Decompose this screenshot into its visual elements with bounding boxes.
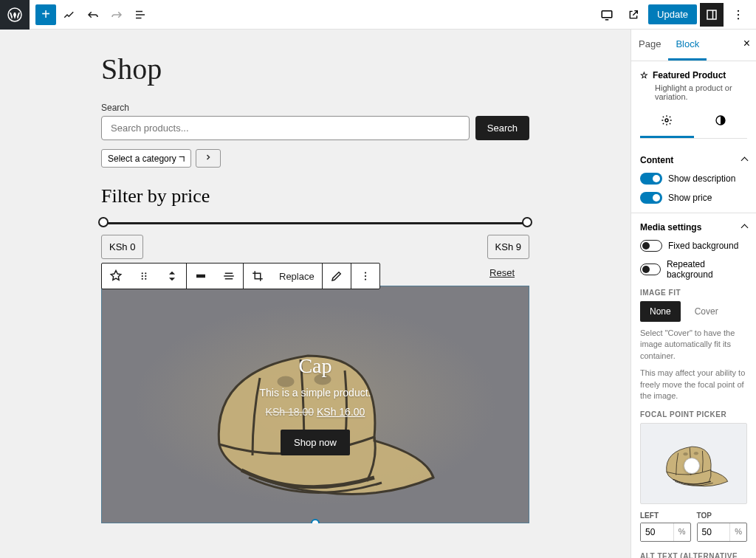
top-coord-label: TOP	[697, 512, 748, 520]
percent-unit: %	[673, 523, 690, 541]
settings-sidebar-icon[interactable]	[700, 3, 724, 27]
slider-handle-max[interactable]	[522, 217, 532, 227]
featured-title: Cap	[260, 354, 371, 378]
focal-point-picker[interactable]	[640, 423, 747, 504]
left-coord-label: LEFT	[640, 512, 691, 520]
left-coord-input[interactable]	[641, 523, 673, 541]
price-min-box: KSh 0	[101, 235, 143, 259]
media-settings-panel-header[interactable]: Media settings	[640, 222, 747, 232]
align-full-icon[interactable]	[187, 264, 215, 289]
price-slider[interactable]	[103, 222, 527, 224]
show-price-label: Show price	[668, 193, 712, 203]
star-icon: ☆	[640, 70, 648, 80]
tab-page[interactable]: Page	[631, 30, 668, 61]
svg-rect-18	[196, 275, 205, 278]
styles-tab-icon[interactable]	[694, 107, 748, 138]
more-options-icon[interactable]	[726, 3, 750, 27]
shop-now-button[interactable]: Shop now	[281, 430, 350, 455]
search-input[interactable]	[101, 116, 470, 140]
edit-product-icon[interactable]	[323, 264, 351, 289]
svg-point-12	[142, 272, 143, 274]
repeated-background-toggle[interactable]	[640, 264, 661, 275]
category-select[interactable]: Select a category	[101, 149, 191, 168]
svg-point-16	[142, 278, 143, 280]
chevron-down-icon	[176, 153, 188, 164]
view-desktop-icon[interactable]	[595, 3, 619, 27]
update-button[interactable]: Update	[648, 4, 697, 24]
svg-rect-20	[224, 275, 234, 277]
alt-text-label: ALT TEXT (ALTERNATIVE TEXT)	[640, 552, 747, 558]
image-fit-label: IMAGE FIT	[640, 289, 747, 297]
image-fit-cover[interactable]: Cover	[685, 301, 728, 322]
svg-point-13	[145, 272, 146, 274]
featured-product-block[interactable]: Cap This is a simple product. KSh 18.00K…	[101, 286, 529, 523]
fixed-background-toggle[interactable]	[640, 240, 662, 252]
svg-point-23	[365, 275, 366, 277]
redo-icon[interactable]	[106, 4, 127, 25]
move-updown-icon[interactable]	[158, 264, 186, 289]
content-panel-header[interactable]: Content	[640, 155, 747, 165]
crop-icon[interactable]	[244, 264, 272, 289]
svg-rect-4	[136, 14, 145, 16]
block-description: Highlight a product or variation.	[640, 83, 747, 101]
edit-mode-icon[interactable]	[59, 4, 80, 25]
settings-sidebar: Page Block × ☆Featured Product Highlight…	[630, 30, 756, 558]
category-go-button[interactable]	[196, 149, 221, 168]
price-new: KSh 16.00	[317, 406, 365, 418]
show-price-toggle[interactable]	[640, 192, 662, 204]
block-type-icon[interactable]	[102, 264, 130, 289]
percent-unit: %	[729, 523, 746, 541]
show-description-toggle[interactable]	[640, 173, 662, 185]
svg-rect-5	[136, 17, 142, 18]
drag-handle-icon[interactable]	[130, 264, 158, 289]
chevron-up-icon	[742, 222, 747, 232]
search-button[interactable]: Search	[475, 116, 529, 140]
svg-rect-6	[602, 10, 612, 17]
svg-rect-3	[136, 10, 142, 12]
fit-help-2: This may affect your ability to freely m…	[640, 368, 747, 402]
replace-button[interactable]: Replace	[272, 264, 322, 289]
filter-price-title: Filter by price	[101, 185, 529, 207]
fit-help-1: Select "Cover" to have the image automat…	[640, 328, 747, 362]
fixed-background-label: Fixed background	[668, 241, 738, 251]
search-label: Search	[101, 103, 529, 113]
svg-point-17	[145, 278, 146, 280]
svg-point-22	[365, 272, 366, 273]
block-name: Featured Product	[653, 70, 726, 80]
svg-point-25	[665, 119, 668, 122]
undo-icon[interactable]	[83, 4, 103, 25]
price-old: KSh 18.00	[266, 406, 314, 418]
repeated-background-label: Repeated background	[667, 259, 747, 280]
block-more-options-icon[interactable]	[351, 264, 379, 289]
close-icon[interactable]: ×	[743, 37, 750, 50]
focal-point-handle[interactable]	[684, 458, 700, 474]
svg-point-14	[142, 275, 143, 277]
document-overview-icon[interactable]	[130, 4, 151, 25]
top-coord-input[interactable]	[698, 523, 730, 541]
svg-point-10	[738, 13, 739, 15]
settings-tab-icon[interactable]	[640, 107, 694, 138]
chevron-up-icon	[742, 155, 747, 165]
svg-rect-21	[225, 278, 233, 280]
focal-point-label: FOCAL POINT PICKER	[640, 410, 747, 418]
featured-description: This is a simple product.	[260, 387, 371, 399]
tab-block[interactable]: Block	[668, 30, 707, 61]
svg-point-15	[145, 275, 146, 277]
show-description-label: Show description	[668, 173, 735, 184]
svg-rect-19	[225, 273, 233, 275]
price-max-box: KSh 9	[487, 235, 529, 259]
resize-handle[interactable]	[311, 519, 320, 523]
svg-point-11	[738, 18, 739, 19]
svg-point-9	[738, 10, 739, 11]
add-block-button[interactable]: +	[35, 4, 56, 25]
external-link-icon[interactable]	[622, 3, 645, 27]
reset-link[interactable]: Reset	[489, 267, 515, 278]
slider-handle-min[interactable]	[98, 217, 109, 227]
category-select-label: Select a category	[108, 154, 176, 164]
image-fit-none[interactable]: None	[640, 301, 681, 322]
wordpress-logo[interactable]	[0, 0, 30, 30]
svg-point-24	[365, 278, 366, 280]
svg-rect-7	[707, 10, 716, 19]
align-center-icon[interactable]	[215, 264, 243, 289]
page-title: Shop	[101, 52, 529, 86]
